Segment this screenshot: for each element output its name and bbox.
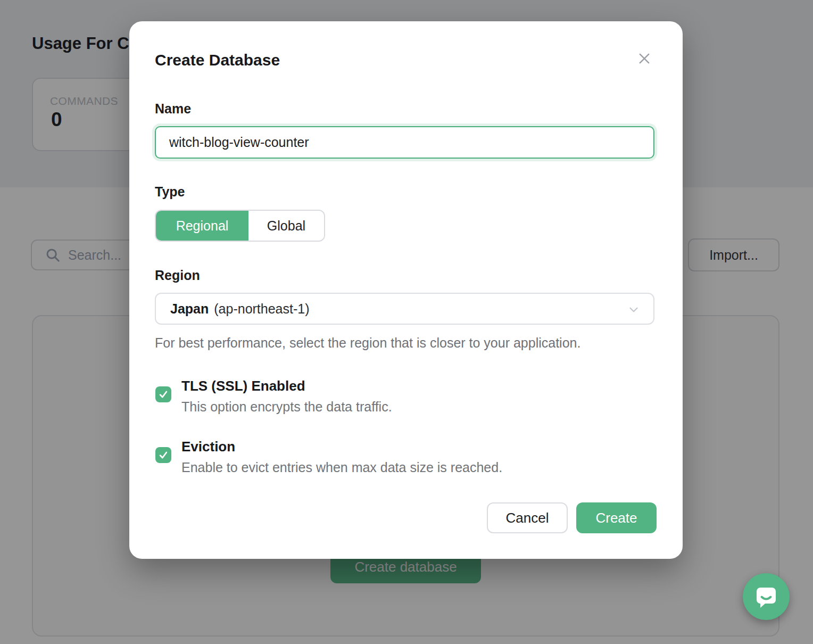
chat-bubble-icon	[753, 584, 779, 609]
screen: Usage For C COMMANDS 0 Search... Import.…	[0, 0, 813, 644]
create-button-label: Create	[595, 510, 637, 526]
name-label: Name	[155, 101, 191, 117]
type-label: Type	[155, 184, 185, 200]
cancel-button-label: Cancel	[506, 510, 549, 526]
type-option-regional[interactable]: Regional	[156, 211, 248, 241]
region-selected-country: Japan	[170, 301, 209, 317]
x-icon	[637, 51, 652, 66]
tls-description: This option encrypts the data traffic.	[181, 399, 392, 415]
region-help-text: For best performance, select the region …	[155, 335, 580, 351]
type-option-regional-label: Regional	[176, 218, 229, 234]
region-select[interactable]: Japan (ap-northeast-1)	[155, 293, 654, 325]
type-option-global[interactable]: Global	[248, 211, 324, 241]
check-icon	[158, 450, 169, 460]
type-option-global-label: Global	[267, 218, 305, 234]
chat-launcher-button[interactable]	[743, 573, 790, 620]
close-button[interactable]	[634, 48, 655, 69]
eviction-description: Enable to evict entries when max data si…	[181, 460, 502, 475]
tls-label: TLS (SSL) Enabled	[181, 378, 305, 394]
tls-checkbox[interactable]	[155, 386, 171, 402]
check-icon	[158, 389, 169, 400]
cancel-button[interactable]: Cancel	[487, 502, 568, 533]
create-button[interactable]: Create	[576, 502, 657, 533]
chevron-down-icon	[627, 303, 641, 317]
region-label: Region	[155, 268, 200, 283]
create-database-modal: Create Database Name Type Regional Globa…	[129, 21, 683, 559]
name-input[interactable]	[155, 126, 654, 159]
eviction-checkbox[interactable]	[155, 447, 171, 463]
eviction-label: Eviction	[181, 439, 235, 455]
region-selected-code: (ap-northeast-1)	[214, 301, 309, 317]
type-segmented-control: Regional Global	[155, 210, 325, 242]
modal-title: Create Database	[155, 51, 280, 69]
